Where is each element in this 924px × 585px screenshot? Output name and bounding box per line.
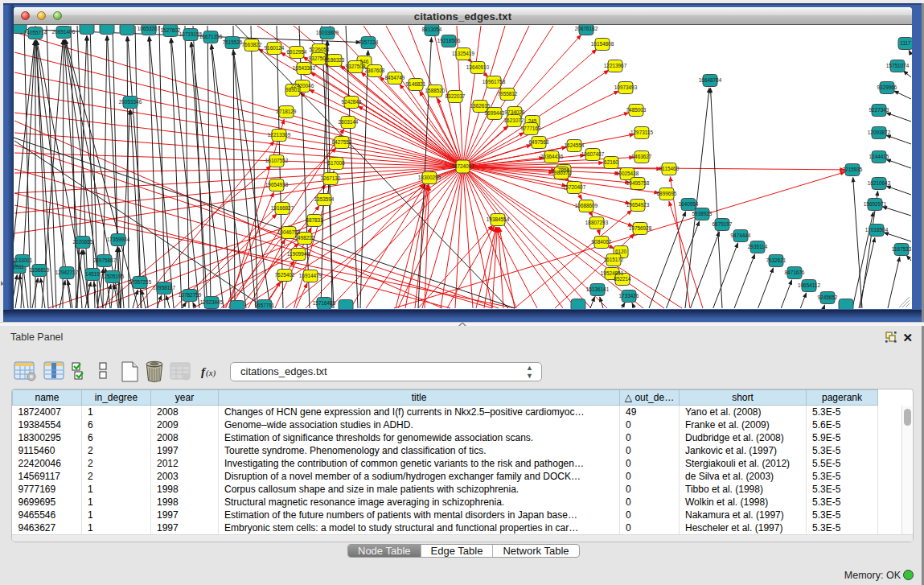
svg-text:2367608: 2367608: [365, 68, 385, 73]
svg-text:3215935: 3215935: [843, 167, 863, 172]
svg-text:6899695: 6899695: [657, 191, 677, 196]
svg-text:1353594: 1353594: [314, 196, 335, 202]
svg-text:1527602: 1527602: [161, 27, 181, 33]
svg-text:19166827: 19166827: [271, 205, 294, 211]
svg-text:12505195: 12505195: [101, 274, 125, 279]
svg-text:9911: 9911: [14, 264, 24, 270]
svg-text:9227343: 9227343: [869, 107, 889, 113]
svg-text:17016504: 17016504: [865, 227, 889, 233]
svg-text:2803144: 2803144: [339, 119, 359, 125]
svg-text:16543362: 16543362: [293, 65, 316, 71]
svg-text:20691406: 20691406: [52, 29, 76, 35]
svg-text:9657791: 9657791: [255, 303, 275, 308]
svg-text:7625402: 7625402: [275, 272, 295, 278]
svg-text:16154808: 16154808: [591, 41, 614, 47]
svg-text:19654938: 19654938: [265, 182, 289, 187]
svg-text:9463627: 9463627: [632, 154, 652, 159]
svg-text:8322037: 8322037: [446, 93, 466, 99]
svg-text:10607487: 10607487: [581, 151, 605, 157]
svg-text:9245652: 9245652: [818, 295, 838, 300]
svg-text:12942717: 12942717: [55, 270, 79, 275]
svg-text:19495758: 19495758: [626, 180, 650, 186]
svg-text:16210643: 16210643: [868, 180, 891, 186]
svg-text:887831: 887831: [306, 217, 323, 223]
svg-text:6120: 6120: [615, 249, 627, 254]
svg-text:2935114: 2935114: [748, 244, 768, 249]
svg-text:9329966: 9329966: [877, 84, 897, 90]
svg-text:10025438: 10025438: [616, 171, 639, 176]
svg-text:15720407: 15720407: [563, 184, 586, 190]
svg-text:18807293: 18807293: [585, 220, 609, 225]
svg-text:7986372: 7986372: [552, 170, 572, 175]
svg-text:12093872: 12093872: [868, 130, 891, 135]
svg-text:6497568: 6497568: [529, 139, 549, 145]
svg-text:20053346: 20053346: [119, 99, 142, 105]
svg-text:245: 245: [528, 118, 537, 124]
svg-text:12923445: 12923445: [200, 299, 224, 305]
svg-text:10958117: 10958117: [153, 285, 175, 290]
svg-text:11325419: 11325419: [452, 51, 474, 56]
svg-text:1498222: 1498222: [295, 235, 315, 241]
svg-text:19654923: 19654923: [626, 202, 650, 208]
svg-text:15692971: 15692971: [864, 201, 887, 207]
svg-text:1244415: 1244415: [869, 154, 889, 159]
svg-text:5938923: 5938923: [692, 211, 713, 216]
svg-text:10654112: 10654112: [798, 282, 820, 288]
svg-text:19756928: 19756928: [629, 225, 652, 231]
svg-text:1362615: 1362615: [470, 103, 491, 109]
svg-text:6912954: 6912954: [287, 49, 307, 55]
svg-text:317008: 317008: [327, 160, 345, 166]
svg-text:8813054: 8813054: [422, 27, 442, 32]
svg-text:98901: 98901: [285, 87, 300, 93]
svg-text:1624554: 1624554: [565, 142, 585, 148]
svg-text:1640954: 1640954: [679, 201, 699, 207]
svg-text:1117: 1117: [900, 40, 911, 46]
svg-text:13640910: 13640910: [466, 64, 490, 70]
svg-text:14055714: 14055714: [24, 30, 47, 35]
svg-text:9699443: 9699443: [485, 110, 505, 116]
svg-text:1588520: 1588520: [425, 88, 446, 93]
svg-text:23975887: 23975887: [93, 257, 117, 263]
svg-text:9115460: 9115460: [659, 166, 680, 171]
svg-text:12213369: 12213369: [268, 132, 291, 138]
svg-text:1621072: 1621072: [504, 117, 524, 123]
svg-text:16033809: 16033809: [316, 30, 339, 35]
svg-text:7357224: 7357224: [359, 39, 379, 45]
svg-text:9474444: 9474444: [731, 233, 751, 238]
svg-text:8427552: 8427552: [332, 139, 352, 145]
svg-text:8454749: 8454749: [385, 75, 405, 80]
svg-text:1133001: 1133001: [14, 257, 33, 263]
svg-text:1615172: 1615172: [604, 257, 624, 262]
svg-text:17359934: 17359934: [107, 237, 130, 242]
svg-text:10653267: 10653267: [138, 26, 161, 31]
svg-text:10782759: 10782759: [179, 292, 202, 298]
svg-text:1733426: 1733426: [619, 293, 639, 299]
svg-text:(x): (x): [206, 368, 216, 378]
svg-text:62160: 62160: [604, 159, 618, 165]
svg-text:2020655: 2020655: [73, 239, 93, 245]
svg-text:1156819: 1156819: [30, 267, 50, 273]
svg-text:19218506: 19218506: [437, 38, 461, 43]
svg-text:10688609: 10688609: [575, 203, 598, 208]
svg-text:18724007: 18724007: [451, 163, 474, 169]
svg-text:852214: 852214: [614, 276, 631, 282]
svg-text:20364436: 20364436: [540, 154, 564, 159]
svg-text:7955812: 7955812: [498, 91, 518, 97]
svg-text:15751074: 15751074: [886, 63, 910, 68]
svg-text:7515526: 7515526: [223, 39, 243, 45]
svg-text:19524851: 19524851: [601, 270, 624, 276]
svg-text:8186323: 8186323: [325, 57, 345, 63]
svg-text:6679197: 6679197: [713, 221, 733, 227]
svg-text:3267130: 3267130: [321, 175, 341, 181]
svg-text:5226058: 5226058: [310, 47, 330, 52]
svg-text:9327508: 9327508: [346, 64, 366, 69]
svg-text:15716485: 15716485: [313, 300, 336, 306]
svg-text:8471676: 8471676: [785, 270, 805, 275]
svg-text:12973115: 12973115: [630, 130, 653, 135]
svg-text:9160124: 9160124: [265, 45, 285, 51]
svg-text:16648784: 16648784: [699, 77, 722, 83]
svg-text:18300295: 18300295: [418, 175, 441, 180]
svg-text:16107552: 16107552: [265, 158, 289, 163]
svg-text:16961758: 16961758: [483, 79, 506, 84]
svg-text:15136141: 15136141: [586, 286, 610, 292]
